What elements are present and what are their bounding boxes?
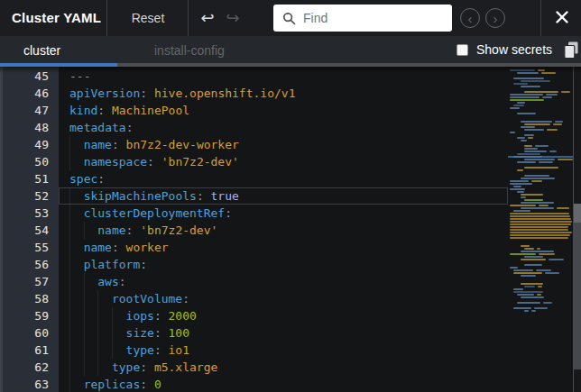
minimap-code-mark	[521, 126, 535, 128]
token: bn7z2-dev-worker	[126, 136, 239, 153]
minimap-code-mark	[513, 288, 523, 290]
line-number: 61	[0, 342, 59, 359]
find-next-button[interactable]: ›	[485, 8, 505, 28]
yaml-editor[interactable]: 45---46apiVersion: hive.openshift.io/v14…	[0, 67, 581, 392]
code-line[interactable]: name: bn7z2-dev-worker	[59, 136, 508, 153]
line-number: 59	[0, 307, 59, 324]
minimap-code-mark	[510, 229, 568, 231]
minimap[interactable]	[508, 67, 573, 392]
code-line[interactable]: name: worker	[59, 239, 508, 256]
minimap-code-mark	[539, 161, 553, 163]
minimap-code-mark	[517, 137, 525, 139]
code-line[interactable]: apiVersion: hive.openshift.io/v1	[59, 85, 508, 102]
code-area: 45---46apiVersion: hive.openshift.io/v14…	[0, 68, 508, 392]
token: rootVolume	[112, 290, 182, 307]
minimap-code-mark	[538, 286, 543, 287]
minimap-code-mark	[510, 226, 568, 228]
code-line[interactable]: size: 100	[59, 324, 508, 342]
find-previous-button[interactable]: ‹	[460, 8, 480, 28]
minimap-code-mark	[524, 264, 542, 266]
tab-bar: cluster install-config Show secrets	[0, 36, 581, 67]
reset-button[interactable]: Reset	[115, 0, 180, 36]
code-line-row: 47kind: MachinePool	[0, 102, 508, 119]
code-line[interactable]: namespace: 'bn7z2-dev'	[59, 153, 508, 170]
editor-left-edge	[0, 67, 3, 392]
copy-icon[interactable]	[563, 41, 579, 59]
minimap-code-mark	[541, 72, 557, 74]
minimap-code-mark	[513, 272, 542, 274]
minimap-code-mark	[510, 107, 520, 109]
code-line[interactable]: rootVolume:	[59, 290, 508, 307]
token: spec	[69, 170, 97, 187]
minimap-code-mark	[524, 167, 558, 169]
token: type	[126, 342, 154, 359]
code-line-row: 54name: 'bn7z2-dev'	[0, 222, 508, 239]
code-line-row: 61type: io1	[0, 342, 508, 359]
minimap-code-mark	[524, 175, 549, 177]
indent-guide	[97, 324, 112, 342]
show-secrets-toggle[interactable]: Show secrets	[456, 36, 552, 63]
code-line[interactable]: type: io1	[59, 342, 508, 359]
minimap-code-mark	[546, 94, 557, 96]
minimap-code-mark	[558, 159, 572, 160]
token: 'bn7z2-dev'	[140, 222, 217, 239]
indent-guide	[84, 273, 98, 290]
line-number: 54	[0, 222, 59, 239]
indent-guide	[84, 359, 98, 376]
code-line[interactable]: kind: MachinePool	[59, 102, 508, 119]
minimap-code-mark	[510, 132, 515, 133]
minimap-code-mark	[524, 134, 534, 136]
show-secrets-checkbox[interactable]	[456, 44, 468, 56]
minimap-code-mark	[521, 80, 550, 82]
token: clusterDeploymentRef	[84, 205, 226, 222]
token: :	[126, 119, 134, 136]
code-line[interactable]: clusterDeploymentRef:	[59, 205, 508, 222]
indent-guide	[69, 307, 84, 324]
minimap-code-mark	[521, 296, 544, 298]
close-icon[interactable]	[551, 8, 573, 28]
indent-guide	[69, 205, 84, 222]
code-line[interactable]: type: m5.xlarge	[59, 359, 508, 376]
minimap-code-mark	[510, 221, 572, 223]
token: :	[112, 136, 126, 153]
minimap-code-mark	[524, 129, 544, 131]
token: ---	[69, 68, 90, 85]
minimap-code-mark	[510, 188, 525, 190]
token: :	[140, 359, 154, 376]
minimap-code-mark	[521, 245, 530, 247]
code-line[interactable]: platform:	[59, 256, 508, 273]
line-number: 48	[0, 119, 59, 136]
line-number: 47	[0, 102, 59, 119]
indent-guide	[112, 307, 126, 324]
minimap-code-mark	[524, 91, 558, 93]
code-line[interactable]: aws:	[59, 273, 508, 290]
code-line-row: 56platform:	[0, 256, 508, 273]
indent-guide	[69, 153, 84, 170]
minimap-code-mark	[524, 159, 555, 160]
minimap-code-mark	[553, 123, 562, 125]
token: replicas	[84, 376, 141, 392]
token: apiVersion	[69, 85, 140, 102]
code-line-row: 57aws:	[0, 273, 508, 290]
code-line[interactable]: skipMachinePools: true	[59, 187, 508, 205]
tab-install-config[interactable]: install-config	[149, 36, 230, 63]
code-line[interactable]: spec:	[59, 170, 508, 187]
minimap-code-mark	[543, 302, 552, 304]
redo-icon[interactable]: ↪	[221, 0, 244, 36]
code-line[interactable]: name: 'bn7z2-dev'	[59, 222, 508, 239]
token: :	[140, 376, 154, 392]
code-line[interactable]: replicas: 0	[59, 376, 508, 392]
undo-icon[interactable]: ↩	[196, 0, 219, 36]
code-line[interactable]: iops: 2000	[59, 307, 508, 324]
minimap-code-mark	[537, 248, 541, 250]
minimap-code-mark	[521, 194, 543, 196]
minimap-code-mark	[555, 121, 563, 123]
tab-cluster[interactable]: cluster	[18, 36, 66, 63]
scrollbar-thumb[interactable]	[574, 204, 581, 369]
code-line[interactable]: metadata:	[59, 119, 508, 136]
editor-scrollbar[interactable]	[574, 67, 581, 392]
token: :	[225, 205, 232, 222]
code-line[interactable]: ---	[59, 68, 508, 85]
minimap-code-mark	[517, 161, 536, 163]
find-input[interactable]	[303, 11, 452, 25]
